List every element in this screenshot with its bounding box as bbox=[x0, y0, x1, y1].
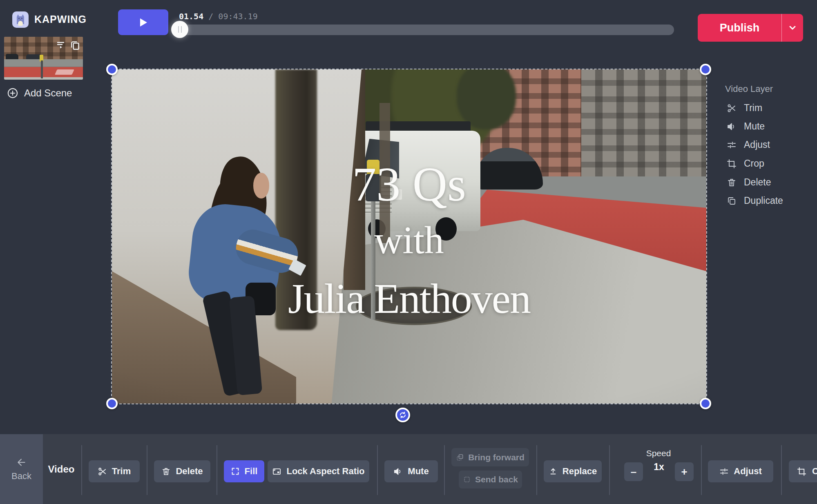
toolbar-divider bbox=[81, 445, 82, 495]
time-display: 01.54 / 09:43.19 bbox=[179, 11, 258, 21]
trim-button[interactable]: Trim bbox=[89, 460, 140, 482]
publish-options-button[interactable] bbox=[782, 23, 803, 33]
toolbar-divider bbox=[701, 445, 702, 495]
add-scene-label: Add Scene bbox=[24, 87, 72, 99]
fill-corners-icon bbox=[231, 467, 240, 476]
timeline-scrubber-handle[interactable] bbox=[171, 21, 188, 38]
adjust-label: Adjust bbox=[734, 466, 761, 477]
play-button[interactable] bbox=[118, 9, 168, 35]
back-arrow-icon bbox=[16, 457, 28, 468]
video-title-line: with bbox=[374, 217, 444, 263]
crop-icon bbox=[797, 467, 806, 476]
back-label: Back bbox=[11, 471, 31, 482]
speed-value: 1x bbox=[643, 462, 675, 473]
kapwing-logo[interactable] bbox=[12, 11, 29, 28]
chevron-down-icon bbox=[788, 23, 797, 33]
mute-button[interactable]: Mute bbox=[384, 460, 438, 482]
adjust-button[interactable]: Adjust bbox=[708, 460, 773, 482]
crop-icon bbox=[727, 159, 737, 169]
layer-action-label: Delete bbox=[744, 177, 771, 188]
kapwing-editor: KAPWING 01.54 / 09:43.19 Publish bbox=[0, 0, 817, 504]
bring-forward-label: Bring forward bbox=[468, 453, 525, 462]
upload-icon bbox=[549, 467, 558, 476]
toolbar-divider bbox=[781, 445, 782, 495]
replace-button[interactable]: Replace bbox=[544, 460, 602, 482]
layer-action-delete[interactable]: Delete bbox=[727, 177, 771, 188]
send-back-label: Send back bbox=[475, 475, 518, 484]
fill-button[interactable]: Fill bbox=[224, 460, 264, 482]
kapwing-cat-icon bbox=[15, 13, 26, 26]
bring-forward-button[interactable]: Bring forward bbox=[451, 448, 529, 466]
publish-button[interactable]: Publish bbox=[698, 22, 781, 34]
mute-label: Mute bbox=[408, 466, 429, 477]
toolbar-divider bbox=[377, 445, 378, 495]
layer-action-label: Crop bbox=[744, 158, 764, 169]
publish-split-button[interactable]: Publish bbox=[698, 14, 803, 42]
layer-action-label: Trim bbox=[744, 103, 762, 114]
delete-button[interactable]: Delete bbox=[154, 460, 210, 482]
video-frame[interactable]: 73 Qs with Julia Enthoven bbox=[112, 69, 706, 404]
toolbar-divider bbox=[444, 445, 445, 495]
layer-action-adjust[interactable]: Adjust bbox=[727, 139, 770, 150]
scene-reorder-icon[interactable] bbox=[56, 40, 66, 51]
layer-action-duplicate[interactable]: Duplicate bbox=[727, 195, 783, 206]
speaker-icon bbox=[727, 122, 737, 132]
layer-action-crop[interactable]: Crop bbox=[727, 158, 764, 169]
timeline-progress-track[interactable] bbox=[174, 25, 674, 35]
aspect-ratio-icon bbox=[272, 467, 281, 476]
resize-handle-top-left[interactable] bbox=[106, 64, 118, 75]
time-current: 01.54 bbox=[179, 11, 203, 21]
layer-panel-title: Video Layer bbox=[725, 84, 773, 94]
plus-circle-icon bbox=[7, 87, 18, 99]
toolbar-divider bbox=[609, 445, 610, 495]
context-label: Video bbox=[48, 434, 74, 504]
send-back-button[interactable]: Send back bbox=[459, 471, 522, 488]
bring-forward-icon bbox=[456, 453, 464, 462]
crop-label: Crop bbox=[812, 466, 817, 477]
speed-label: Speed bbox=[629, 448, 688, 458]
scene-thumbnail[interactable] bbox=[4, 37, 83, 80]
layer-action-mute[interactable]: Mute bbox=[727, 121, 765, 132]
resize-handle-bottom-left[interactable] bbox=[106, 398, 118, 409]
speaker-icon bbox=[393, 467, 403, 476]
layer-action-label: Mute bbox=[744, 121, 765, 132]
send-back-icon bbox=[463, 475, 471, 484]
trim-label: Trim bbox=[112, 466, 131, 477]
trash-icon bbox=[727, 178, 737, 187]
resize-handle-bottom-right[interactable] bbox=[700, 398, 711, 409]
time-total: 09:43.19 bbox=[218, 11, 257, 21]
lock-aspect-ratio-button[interactable]: Lock Aspect Ratio bbox=[268, 460, 369, 482]
trash-icon bbox=[161, 467, 171, 476]
fill-label: Fill bbox=[245, 466, 258, 477]
selection-bounding-box[interactable]: 73 Qs with Julia Enthoven bbox=[111, 69, 707, 404]
video-title-line: Julia Enthoven bbox=[288, 274, 530, 323]
layer-action-label: Adjust bbox=[744, 139, 770, 150]
scissors-icon bbox=[98, 467, 107, 476]
layer-action-trim[interactable]: Trim bbox=[727, 103, 762, 114]
layer-action-label: Duplicate bbox=[744, 195, 783, 206]
speed-increase-button[interactable]: + bbox=[675, 462, 694, 481]
add-scene-button[interactable]: Add Scene bbox=[7, 87, 72, 99]
rotate-handle[interactable] bbox=[395, 408, 410, 422]
replace-label: Replace bbox=[563, 466, 597, 477]
lock-aspect-label: Lock Aspect Ratio bbox=[286, 466, 364, 477]
sliders-icon bbox=[719, 467, 729, 476]
resize-handle-top-right[interactable] bbox=[700, 64, 711, 75]
video-title-line: 73 Qs bbox=[352, 157, 466, 212]
plus-icon: + bbox=[681, 466, 687, 478]
delete-label: Delete bbox=[176, 466, 203, 477]
back-button[interactable]: Back bbox=[0, 434, 43, 504]
speed-decrease-button[interactable]: – bbox=[624, 462, 643, 481]
sliders-icon bbox=[727, 140, 737, 150]
crop-button[interactable]: Crop bbox=[789, 460, 817, 482]
thumb-lane-marking bbox=[55, 69, 75, 75]
scissors-icon bbox=[727, 103, 737, 113]
brand-title: KAPWING bbox=[34, 13, 87, 25]
duplicate-scene-icon[interactable] bbox=[70, 40, 80, 51]
thumb-car bbox=[6, 54, 18, 60]
minus-icon: – bbox=[631, 466, 636, 478]
thumb-meter-pole bbox=[41, 60, 43, 78]
thumb-road bbox=[4, 59, 83, 67]
thumb-sidewalk bbox=[4, 77, 83, 80]
toolbar-divider bbox=[536, 445, 537, 495]
